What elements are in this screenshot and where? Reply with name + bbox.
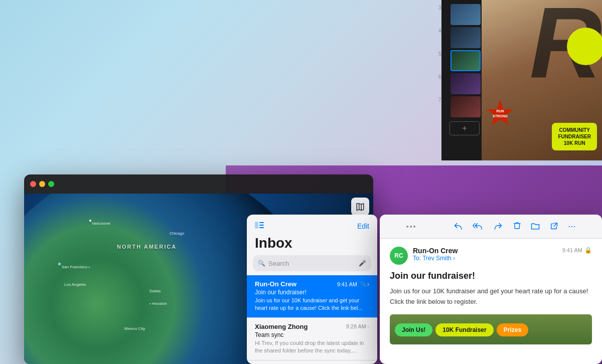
cta-image-strip: Join Us! 10K Fundraiser Prizes — [390, 314, 592, 344]
svg-rect-11 — [259, 227, 264, 228]
maps-titlebar — [24, 174, 373, 194]
recipient-info: To: Trev Smith › — [413, 255, 562, 262]
mail-list: Run-On Crew 9:41 AM 📎 › Join our fundrai… — [247, 275, 377, 364]
mail-detail-content: RC Run-On Crew To: Trev Smith › 9:41 AM … — [380, 239, 602, 364]
mic-icon: 🎤 — [359, 260, 366, 267]
folder-button[interactable] — [531, 222, 540, 232]
yellow-circle — [567, 28, 602, 65]
prizes-button[interactable]: Prizes — [497, 323, 528, 336]
thumb-preview — [450, 4, 481, 25]
city-dot-vancouver — [89, 220, 91, 222]
mail-sender: Run-On Crew — [255, 280, 296, 288]
add-slide-button[interactable]: + — [449, 121, 480, 135]
new-tab-button[interactable] — [550, 222, 558, 232]
sender-info: Run-On Crew To: Trev Smith › — [413, 247, 562, 262]
design-app-panel: 3 4 5 6 7 + R COMMUNITYFUND — [441, 0, 602, 160]
mail-detail-panel: ••• — [380, 215, 602, 364]
sidebar-toggle-button[interactable] — [255, 221, 264, 231]
thumb-number: 4 — [438, 28, 441, 34]
city-label-sf: San Francisco • — [62, 265, 90, 269]
city-label-houston: • Houston — [149, 301, 167, 306]
trash-button[interactable] — [513, 221, 521, 232]
svg-line-12 — [554, 223, 557, 226]
svg-rect-8 — [255, 222, 258, 229]
thumb-preview — [450, 73, 481, 94]
thumb-number: 5 — [438, 51, 441, 57]
mail-list-panel: Edit Inbox 🔍 Search 🎤 Run-On Crew 9:41 A… — [247, 215, 377, 364]
svg-text:STRONG: STRONG — [493, 114, 508, 118]
city-label-mexicocity: Mexico City — [124, 326, 145, 331]
close-button[interactable] — [30, 181, 36, 187]
fundraiser-button[interactable]: 10K Fundraiser — [435, 323, 493, 336]
thumb-number: 6 — [438, 74, 441, 80]
maximize-button[interactable] — [48, 181, 54, 187]
thumbnail-item[interactable]: 3 — [444, 4, 479, 25]
thumb-number: 7 — [438, 97, 441, 103]
sender-avatar: RC — [390, 247, 408, 265]
svg-rect-9 — [259, 222, 264, 223]
toolbar-actions: ··· — [454, 221, 575, 232]
community-badge: COMMUNITYFUNDRAISER10K RUN — [552, 123, 597, 150]
reply-all-button[interactable] — [473, 222, 484, 232]
search-input[interactable]: Search — [268, 260, 356, 267]
city-label-vancouver: Vancouver — [92, 221, 111, 226]
mail-preview: Join us for our 10K fundraiser and get y… — [255, 297, 369, 312]
thumb-preview — [450, 27, 481, 48]
mail-list-header: Edit — [247, 215, 377, 235]
recipient-name[interactable]: Trev Smith — [422, 255, 452, 262]
mail-time: 9:28 AM — [346, 323, 366, 329]
reply-button[interactable] — [454, 222, 463, 232]
canvas-content: R COMMUNITYFUNDRAISER10K RUN RUN STRONG — [482, 0, 602, 160]
mail-list-item[interactable]: Run-On Crew 9:41 AM 📎 › Join our fundrai… — [247, 275, 377, 318]
thumbnail-item[interactable]: 6 — [444, 73, 479, 94]
minimize-button[interactable] — [39, 181, 45, 187]
thumb-preview — [450, 96, 481, 117]
mail-time: 9:41 AM — [337, 281, 357, 287]
svg-rect-10 — [259, 225, 264, 226]
thumbnail-item[interactable]: 5 — [444, 50, 479, 71]
mail-subject: Join our fundraiser! — [255, 289, 369, 296]
design-canvas: R COMMUNITYFUNDRAISER10K RUN RUN STRONG — [482, 0, 602, 160]
more-button[interactable]: ··· — [568, 221, 575, 232]
inbox-title: Inbox — [247, 235, 377, 255]
sender-name: Run-On Crew — [413, 247, 562, 255]
mail-list-item[interactable]: Xiaomeng Zhong 9:28 AM › Team sync Hi Tr… — [247, 318, 377, 360]
lock-icon: 🔒 — [584, 247, 592, 254]
thumbnail-item[interactable]: 4 — [444, 27, 479, 48]
region-label: NORTH AMERICA — [117, 244, 177, 250]
email-body: Join us for our 10K fundraiser and get y… — [390, 286, 592, 307]
thumbnail-item[interactable]: 7 — [444, 96, 479, 117]
inbox-edit-button[interactable]: Edit — [357, 222, 369, 230]
thumb-preview — [450, 50, 481, 71]
join-us-button[interactable]: Join Us! — [395, 323, 432, 336]
from-row: RC Run-On Crew To: Trev Smith › 9:41 AM … — [390, 247, 592, 265]
city-label-la: Los Angeles — [64, 282, 86, 287]
map-type-button[interactable] — [351, 198, 369, 216]
email-subject: Join our fundraiser! — [390, 271, 592, 281]
search-icon: 🔍 — [258, 260, 265, 267]
cta-buttons: Join Us! 10K Fundraiser Prizes — [390, 314, 592, 344]
city-label-dallas: Dallas — [149, 289, 161, 293]
mail-item-header: Xiaomeng Zhong 9:28 AM › — [255, 323, 369, 330]
detail-time: 9:41 AM — [562, 247, 582, 253]
thumb-number: 3 — [438, 5, 441, 11]
search-bar[interactable]: 🔍 Search 🎤 — [253, 255, 371, 271]
mail-subject: Team sync — [255, 331, 369, 338]
mail-toolbar: ••• — [380, 215, 602, 239]
time-area: 9:41 AM 🔒 — [562, 247, 592, 254]
toolbar-dots: ••• — [406, 223, 417, 231]
mail-list-item[interactable]: Xiaomeng Zhong 9:13 AM › Friday meeting — [247, 360, 377, 364]
run-strong-badge: RUN STRONG — [484, 98, 517, 133]
forward-button[interactable] — [494, 222, 503, 232]
mail-sender: Xiaomeng Zhong — [255, 323, 308, 330]
mail-item-header: Run-On Crew 9:41 AM 📎 › — [255, 280, 369, 288]
city-dot-sf — [58, 263, 61, 265]
mail-preview: Hi Trev, If you could drop the latest up… — [255, 339, 369, 355]
design-thumbnails: 3 4 5 6 7 + — [441, 0, 482, 160]
city-label-chicago: Chicago — [170, 231, 184, 236]
attachment-icon: 📎 — [360, 281, 366, 287]
svg-text:RUN: RUN — [496, 109, 504, 113]
